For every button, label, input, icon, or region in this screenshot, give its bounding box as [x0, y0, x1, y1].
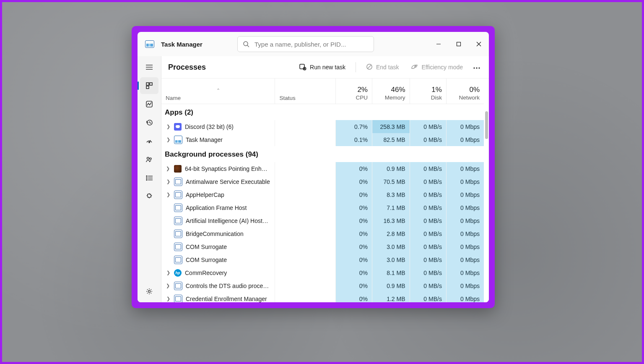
process-row[interactable]: ❯Application Frame Host0%7.1 MB0 MB/s0 M… — [161, 201, 484, 214]
process-icon — [174, 230, 182, 238]
process-row[interactable]: ❯Task Manager0.1%82.5 MB0 MB/s0 Mbps — [161, 133, 484, 146]
process-row[interactable]: ❯AppHelperCap0%8.3 MB0 MB/s0 Mbps — [161, 188, 484, 201]
col-disk[interactable]: 1%Disk — [410, 79, 446, 104]
process-icon — [174, 269, 182, 277]
process-row[interactable]: ❯COM Surrogate0%3.0 MB0 MB/s0 Mbps — [161, 240, 484, 253]
process-row[interactable]: ❯Discord (32 bit) (6)0.7%258.3 MB0 MB/s0… — [161, 120, 484, 133]
run-new-task-button[interactable]: Run new task — [296, 60, 349, 74]
disk-cell: 0 MB/s — [410, 253, 446, 266]
svg-point-17 — [150, 158, 151, 160]
cpu-cell: 0% — [335, 253, 372, 266]
col-cpu[interactable]: 2%CPU — [335, 79, 372, 104]
status-cell — [275, 120, 335, 133]
mem-cell: 8.1 MB — [372, 266, 410, 279]
search-input[interactable] — [254, 40, 369, 48]
svg-point-15 — [149, 142, 150, 143]
svg-point-32 — [476, 67, 477, 68]
chevron-right-icon[interactable]: ❯ — [166, 179, 171, 184]
chevron-right-icon[interactable]: ❯ — [166, 137, 171, 142]
status-cell — [275, 266, 335, 279]
col-network[interactable]: 0%Network — [446, 79, 484, 104]
process-name: 64-bit Synaptics Pointing Enha… — [185, 165, 270, 172]
toolbar-separator — [356, 62, 356, 72]
more-button[interactable] — [471, 61, 482, 73]
chevron-right-icon[interactable]: ❯ — [166, 124, 171, 129]
nav-app-history[interactable] — [140, 114, 158, 131]
titlebar: Task Manager — [138, 32, 489, 56]
process-row[interactable]: ❯Artificial Intelligence (AI) Host…0%16.… — [161, 214, 484, 227]
cpu-cell: 0% — [335, 188, 372, 201]
svg-rect-10 — [150, 83, 152, 85]
nav-services[interactable] — [140, 188, 158, 205]
mem-cell: 16.3 MB — [372, 214, 410, 227]
disk-cell: 0 MB/s — [410, 175, 446, 188]
svg-point-22 — [146, 180, 147, 181]
end-task-label: End task — [376, 64, 399, 71]
scrollbar-thumb[interactable] — [485, 111, 488, 139]
sort-indicator-icon: ⌃ — [166, 88, 270, 93]
group-header[interactable]: Apps (2) — [161, 104, 484, 120]
svg-rect-3 — [457, 42, 461, 46]
nav-users[interactable] — [140, 151, 158, 168]
efficiency-mode-label: Efficiency mode — [421, 64, 463, 71]
col-memory[interactable]: 46%Memory — [372, 79, 410, 104]
chevron-right-icon[interactable]: ❯ — [166, 166, 171, 171]
process-icon — [174, 217, 182, 225]
run-new-task-label: Run new task — [310, 64, 345, 71]
maximize-button[interactable] — [449, 32, 469, 56]
disk-cell: 0 MB/s — [410, 240, 446, 253]
cpu-cell: 0% — [335, 162, 372, 175]
nav-details[interactable] — [140, 170, 158, 186]
svg-point-20 — [146, 178, 147, 178]
process-icon — [174, 282, 182, 290]
disk-cell: 0 MB/s — [410, 133, 446, 146]
nav-processes[interactable] — [140, 77, 158, 94]
process-row[interactable]: ❯Controls the DTS audio proces…0%0.9 MB0… — [161, 279, 484, 292]
svg-point-31 — [473, 67, 475, 68]
status-cell — [275, 162, 335, 175]
nav-performance[interactable] — [140, 96, 158, 113]
chevron-right-icon[interactable]: ❯ — [166, 296, 171, 301]
status-cell — [275, 227, 335, 240]
process-row[interactable]: ❯Credential Enrollment Manager0%1.2 MB0 … — [161, 292, 484, 302]
highlight-frame: Task Manager — [132, 26, 495, 308]
chevron-right-icon[interactable]: ❯ — [166, 192, 171, 197]
svg-point-33 — [478, 67, 480, 68]
process-row[interactable]: ❯64-bit Synaptics Pointing Enha…0%0.9 MB… — [161, 162, 484, 175]
end-task-button[interactable]: End task — [363, 61, 402, 74]
cpu-cell: 0% — [335, 201, 372, 214]
col-name[interactable]: ⌃Name — [161, 79, 275, 104]
nav-startup-apps[interactable] — [140, 133, 158, 149]
cpu-cell: 0% — [335, 266, 372, 279]
status-cell — [275, 133, 335, 146]
process-row[interactable]: ❯COM Surrogate0%3.0 MB0 MB/s0 Mbps — [161, 253, 484, 266]
column-headers: ⌃Name Status 2%CPU 46%Memory 1%Disk 0%Ne… — [161, 79, 484, 104]
minimize-button[interactable] — [428, 32, 449, 56]
process-row[interactable]: ❯BridgeCommunication0%2.8 MB0 MB/s0 Mbps — [161, 227, 484, 240]
status-cell — [275, 240, 335, 253]
process-row[interactable]: ❯CommRecovery0%8.1 MB0 MB/s0 Mbps — [161, 266, 484, 279]
chevron-right-icon[interactable]: ❯ — [166, 270, 171, 275]
cpu-cell: 0.7% — [335, 120, 372, 133]
net-cell: 0 Mbps — [446, 214, 484, 227]
efficiency-mode-button[interactable]: Efficiency mode — [407, 61, 466, 74]
hamburger-button[interactable] — [140, 59, 158, 76]
cpu-cell: 0% — [335, 175, 372, 188]
group-header[interactable]: Background processes (94) — [161, 146, 484, 162]
search-box[interactable] — [237, 36, 374, 52]
svg-point-18 — [146, 176, 147, 177]
net-cell: 0 Mbps — [446, 227, 484, 240]
chevron-right-icon[interactable]: ❯ — [166, 283, 171, 288]
settings-button[interactable] — [140, 283, 158, 300]
cpu-cell: 0% — [335, 214, 372, 227]
process-row[interactable]: ❯Antimalware Service Executable0%70.5 MB… — [161, 175, 484, 188]
close-button[interactable] — [469, 32, 489, 56]
search-icon — [243, 41, 249, 47]
net-cell: 0 Mbps — [446, 253, 484, 266]
svg-line-1 — [247, 45, 249, 47]
col-status[interactable]: Status — [275, 79, 335, 104]
mem-cell: 1.2 MB — [372, 292, 410, 302]
svg-line-30 — [367, 65, 371, 68]
cpu-cell: 0% — [335, 240, 372, 253]
scrollbar[interactable] — [485, 79, 488, 302]
